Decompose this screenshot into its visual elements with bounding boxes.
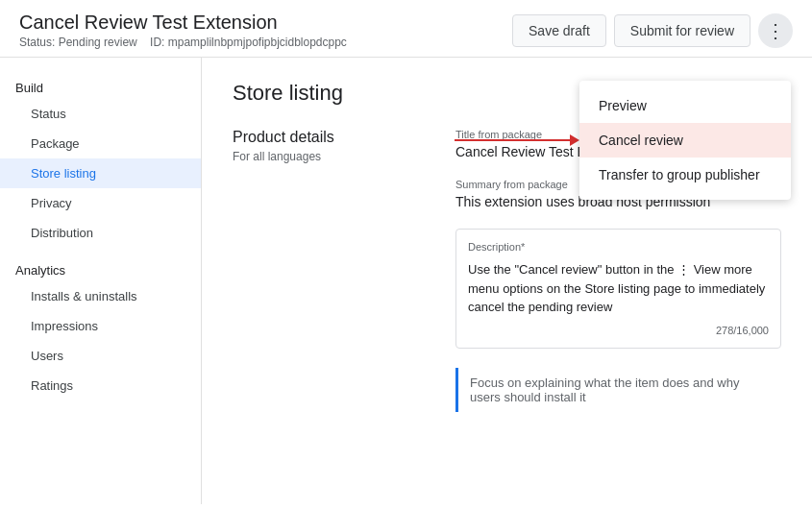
description-box: Description* Use the "Cancel review" but… xyxy=(455,229,781,349)
product-details-subtitle: For all languages xyxy=(233,150,425,163)
description-label: Description* xyxy=(468,241,769,253)
header-subtitle: Status: Pending review ID: mpamplilnbpmj… xyxy=(19,36,347,49)
menu-item-preview[interactable]: Preview xyxy=(579,88,791,123)
sidebar-item-users[interactable]: Users xyxy=(0,341,201,371)
build-section-label: Build xyxy=(0,73,201,99)
sidebar-item-package[interactable]: Package xyxy=(0,129,201,158)
product-details-title: Product details xyxy=(233,129,425,146)
main-relative: Store listing Product details For all la… xyxy=(233,81,781,412)
sidebar-item-privacy[interactable]: Privacy xyxy=(0,188,201,218)
sidebar-item-impressions[interactable]: Impressions xyxy=(0,311,201,341)
sidebar: Build Status Package Store listing Priva… xyxy=(0,58,202,504)
arrow-head xyxy=(570,134,579,146)
sidebar-item-status[interactable]: Status xyxy=(0,99,201,129)
description-text: Use the "Cancel review" button in the ⋮ … xyxy=(468,260,769,317)
save-draft-button[interactable]: Save draft xyxy=(512,14,606,47)
submit-for-review-button[interactable]: Submit for review xyxy=(614,14,750,47)
description-count: 278/16,000 xyxy=(468,325,769,336)
header: Cancel Review Test Extension Status: Pen… xyxy=(0,0,812,58)
more-options-button[interactable]: ⋮ xyxy=(758,13,793,48)
menu-item-transfer[interactable]: Transfer to group publisher xyxy=(579,158,791,192)
menu-item-cancel-review[interactable]: Cancel review xyxy=(579,123,791,158)
sidebar-item-distribution[interactable]: Distribution xyxy=(0,218,201,248)
focus-hint-box: Focus on explaining what the item does a… xyxy=(455,368,781,412)
sidebar-item-store-listing[interactable]: Store listing xyxy=(0,158,201,188)
status-text: Status: Pending review xyxy=(19,36,137,49)
arrow-wrapper xyxy=(455,134,579,146)
layout: Build Status Package Store listing Priva… xyxy=(0,58,812,504)
more-icon: ⋮ xyxy=(766,19,785,42)
arrow-line xyxy=(455,139,570,141)
main-content: Store listing Product details For all la… xyxy=(202,58,812,504)
description-field-group: Description* Use the "Cancel review" but… xyxy=(455,229,781,349)
sidebar-item-installs[interactable]: Installs & uninstalls xyxy=(0,281,201,311)
extension-title: Cancel Review Test Extension xyxy=(19,12,347,34)
focus-hint-text: Focus on explaining what the item does a… xyxy=(470,376,770,404)
header-actions: Save draft Submit for review ⋮ xyxy=(512,13,793,48)
analytics-section-label: Analytics xyxy=(0,255,201,281)
sidebar-item-ratings[interactable]: Ratings xyxy=(0,371,201,400)
id-text: ID: mpamplilnbpmjpofipbjcidblopdcppc xyxy=(150,36,347,49)
header-left: Cancel Review Test Extension Status: Pen… xyxy=(19,12,347,49)
dropdown-wrapper: Preview Cancel review Transfer to group … xyxy=(455,81,791,200)
context-menu: Preview Cancel review Transfer to group … xyxy=(579,81,791,200)
